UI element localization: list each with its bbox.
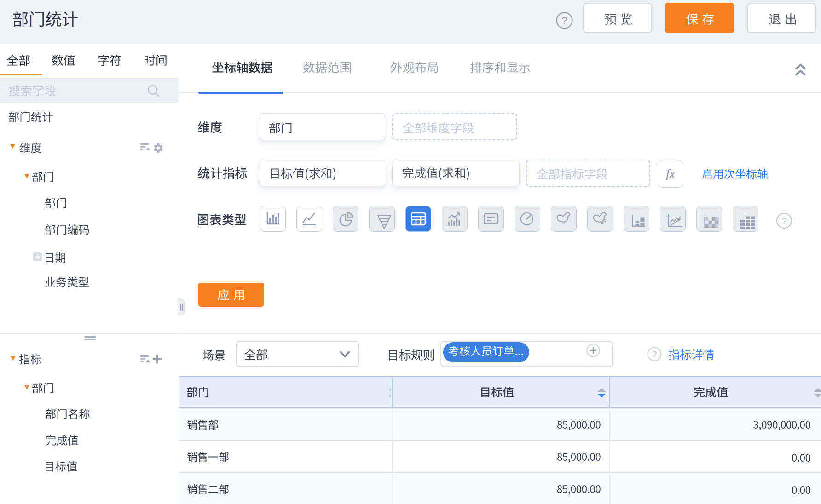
svg-text:?: ?: [652, 349, 657, 359]
svg-text:?: ?: [561, 15, 567, 26]
svg-text:?: ?: [781, 216, 787, 226]
